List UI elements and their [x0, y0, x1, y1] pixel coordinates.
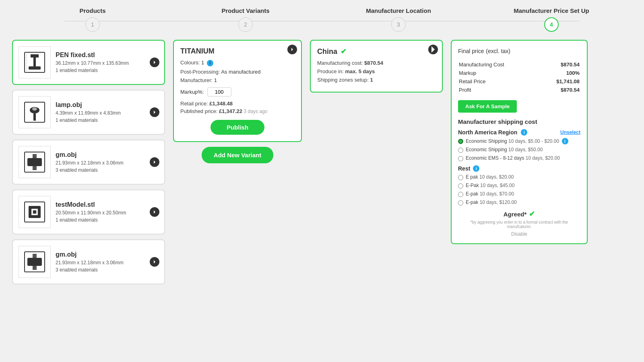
- svg-rect-12: [33, 166, 37, 170]
- markup-table-label: Markup: [459, 69, 538, 77]
- product-materials-0: 1 enabled materials: [56, 68, 159, 73]
- variant-manufacturer-row: Manufacturer: 1: [180, 77, 295, 83]
- variant-nav-arrow[interactable]: [287, 45, 297, 54]
- product-materials-1: 1 enabled materials: [56, 117, 159, 123]
- sample-button[interactable]: Ask For A Sample: [458, 100, 517, 113]
- svg-rect-7: [33, 113, 36, 121]
- product-arrow-2[interactable]: [150, 157, 159, 167]
- product-arrow-4[interactable]: [150, 257, 159, 267]
- product-card-3[interactable]: testModel.stl 20.50mm x 11.90mm x 20.50m…: [12, 189, 165, 234]
- retail-table-val: $1,741.08: [539, 78, 580, 85]
- shipping-zones-val: 1: [370, 77, 373, 83]
- produce-row: Produce in: max. 5 days: [317, 68, 436, 74]
- produce-val: max. 5 days: [345, 68, 375, 74]
- product-thumb-0: [19, 46, 51, 78]
- rest-radio-2[interactable]: [458, 192, 463, 197]
- north-america-title: North America Region i Unselect: [458, 129, 580, 136]
- north-america-info-icon[interactable]: i: [521, 129, 527, 136]
- final-price-title: Final price (excl. tax): [458, 47, 580, 55]
- published-price-row: Published price: £1,347.22 3 days ago: [180, 108, 295, 114]
- product-card-0[interactable]: PEN fixed.stl 36.12mm x 10.77mm x 135.63…: [12, 40, 165, 85]
- na-option-0: Economic Shipping 10 days, $5.00 - $20.0…: [458, 138, 580, 144]
- product-arrow-0[interactable]: [150, 58, 159, 67]
- variant-post-processing-val: As manufactured: [221, 69, 260, 75]
- svg-rect-19: [33, 254, 37, 258]
- product-name-3: testModel.stl: [56, 201, 159, 208]
- markup-table-val: 100%: [539, 69, 580, 77]
- product-info-4: gm.obj 21.93mm x 12.18mm x 3.06mm 3 enab…: [56, 251, 159, 273]
- markup-input[interactable]: [207, 87, 231, 97]
- product-name-0: PEN fixed.stl: [56, 51, 159, 59]
- mfg-cost-table-row: Manufacturing Cost $870.54: [459, 61, 580, 68]
- step-2-circle[interactable]: 2: [238, 17, 253, 32]
- svg-rect-10: [27, 158, 42, 166]
- location-title: China ✔: [317, 47, 436, 56]
- colours-info-icon[interactable]: i: [207, 60, 213, 66]
- step-2-label: Product Variants: [221, 7, 269, 14]
- product-dims-0: 36.12mm x 10.77mm x 135.63mm: [56, 60, 159, 66]
- published-price-val: £1,347.22: [219, 108, 242, 114]
- retail-table-row: Retail Price $1,741.08: [459, 78, 580, 85]
- location-country: China: [317, 47, 337, 56]
- product-card-2[interactable]: gm.obj 21.93mm x 12.18mm x 3.06mm 3 enab…: [12, 140, 165, 185]
- price-table: Manufacturing Cost $870.54 Markup 100% R…: [458, 60, 580, 95]
- na-option-1: Economic Shipping 10 days, $50.00: [458, 147, 580, 153]
- product-dims-4: 21.93mm x 12.18mm x 3.06mm: [56, 260, 159, 265]
- location-nav-arrow[interactable]: [428, 45, 438, 54]
- na-radio-2[interactable]: [458, 156, 463, 161]
- north-america-unselect[interactable]: Unselect: [560, 130, 580, 135]
- variant-colours-val: 1: [201, 60, 204, 66]
- rest-option-1: E-Pak 10 days, $45.00: [458, 183, 580, 189]
- retail-price-val: £1,348.48: [209, 101, 233, 107]
- svg-point-8: [32, 107, 37, 111]
- disable-link[interactable]: Disable: [458, 231, 580, 237]
- product-materials-2: 3 enabled materials: [56, 167, 159, 173]
- mfg-cost-table-label: Manufacturing Cost: [459, 61, 538, 68]
- product-materials-3: 1 enabled materials: [56, 217, 159, 223]
- variant-markup-row: Markup%:: [180, 87, 295, 97]
- product-arrow-1[interactable]: [150, 107, 159, 117]
- svg-rect-1: [31, 54, 39, 58]
- step-3-label: Manufacturer Location: [366, 7, 431, 14]
- rest-radio-3[interactable]: [458, 200, 463, 206]
- na-option-0-info-icon[interactable]: i: [562, 138, 568, 144]
- published-time: 3 days ago: [244, 109, 268, 114]
- product-arrow-3[interactable]: [150, 207, 159, 217]
- product-card-1[interactable]: lamp.obj 4.39mm x 11.69mm x 4.83mm 1 ena…: [12, 90, 165, 135]
- product-card-4[interactable]: gm.obj 21.93mm x 12.18mm x 3.06mm 3 enab…: [12, 239, 165, 284]
- publish-button[interactable]: Publish: [211, 120, 264, 135]
- na-radio-0[interactable]: [458, 139, 463, 144]
- rest-option-2: E-pak 10 days, $70.00: [458, 191, 580, 197]
- mfg-cost-label: Manufacturing cost:: [317, 60, 363, 66]
- step-4-circle[interactable]: 4: [544, 17, 559, 32]
- variant-post-processing-row: Post-Processing: As manufactured: [180, 69, 295, 75]
- variants-column: TITANIUM Colours: 1 i Post-Processing: A…: [173, 40, 302, 163]
- rest-radio-0[interactable]: [458, 175, 463, 180]
- rest-option-0: E pak 10 days, $20.00: [458, 174, 580, 180]
- step-3-circle[interactable]: 3: [391, 17, 406, 32]
- variant-colours-row: Colours: 1 i: [180, 60, 295, 66]
- produce-label: Produce in:: [317, 68, 344, 74]
- shipping-zones-label: Shipping zones setup:: [317, 77, 369, 83]
- step-3: Manufacturer Location 3: [322, 7, 475, 32]
- mfg-cost-val: $870.54: [364, 60, 383, 66]
- shipping-title: Manufacturer shipping cost: [458, 118, 580, 125]
- fine-print: *by aggreeing you enter in to a formal c…: [458, 220, 580, 229]
- location-column: China ✔ Manufacturing cost: $870.54 Prod…: [310, 40, 443, 93]
- na-radio-1[interactable]: [458, 148, 463, 153]
- add-variant-button[interactable]: Add New Variant: [202, 147, 273, 163]
- product-dims-1: 4.39mm x 11.69mm x 4.83mm: [56, 110, 159, 116]
- step-1-label: Products: [79, 7, 105, 14]
- rest-radio-1[interactable]: [458, 183, 463, 189]
- variant-title: TITANIUM: [180, 47, 295, 56]
- product-dims-3: 20.50mm x 11.90mm x 20.50mm: [56, 210, 159, 216]
- step-1: Products 1: [16, 7, 169, 32]
- main-content: PEN fixed.stl 36.12mm x 10.77mm x 135.63…: [0, 36, 644, 288]
- profit-table-row: Profit $870.54: [459, 86, 580, 94]
- product-thumb-3: [19, 196, 51, 228]
- mfg-cost-table-val: $870.54: [539, 61, 580, 68]
- step-1-circle[interactable]: 1: [85, 17, 100, 32]
- rest-info-icon[interactable]: i: [473, 165, 479, 172]
- product-thumb-1: [19, 96, 51, 128]
- variant-markup-label: Markup%:: [180, 89, 204, 95]
